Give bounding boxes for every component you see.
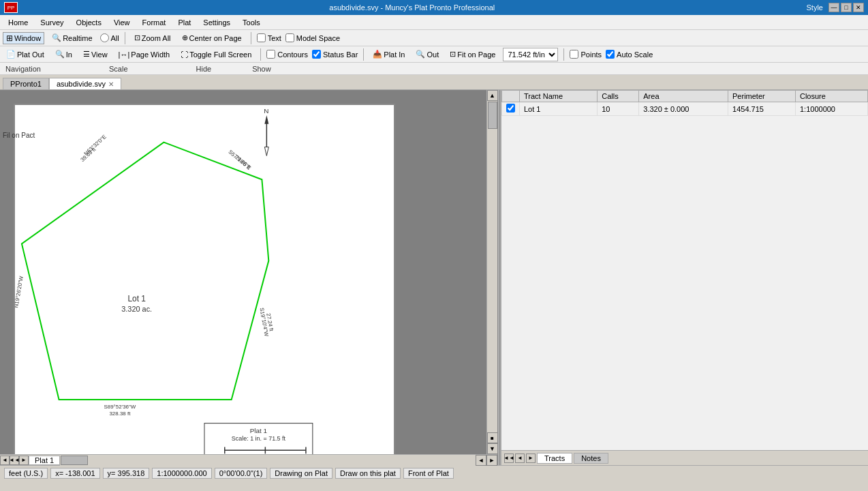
panel-mid-btn[interactable]: ■ xyxy=(487,432,498,443)
minimize-button[interactable]: — xyxy=(828,3,839,12)
menu-objects[interactable]: Objects xyxy=(71,17,107,28)
canvas-area: N Lot 1 3.320 ac. N63°32'0"E 39.69 ft S5… xyxy=(14,104,395,454)
main-area: N Lot 1 3.320 ac. N63°32'0"E 39.69 ft S5… xyxy=(0,90,868,465)
auto-scale-check[interactable] xyxy=(606,50,615,59)
status-front-plat[interactable]: Front of Plat xyxy=(403,468,454,479)
zoom-in-button[interactable]: 🔍 In xyxy=(52,48,76,60)
points-checkbox[interactable]: Points xyxy=(570,50,602,59)
tab-asubdivide-label: asubdivide.svy xyxy=(57,80,106,88)
zoom-out-button[interactable]: 🔍 Out xyxy=(412,48,442,60)
right-tab-tracts[interactable]: Tracts xyxy=(537,453,572,464)
status-drawing-on[interactable]: Drawing on Plat xyxy=(270,468,332,479)
right-nav-prev[interactable]: ◄◄ xyxy=(504,453,514,463)
col-tract-name[interactable]: Tract Name xyxy=(520,91,598,102)
page-nav-prev-btn[interactable]: ◄ xyxy=(0,456,10,465)
menu-survey[interactable]: Survey xyxy=(35,17,69,28)
scale-dropdown[interactable]: 71.542 ft/in xyxy=(503,48,558,61)
right-nav-back[interactable]: ◄ xyxy=(515,453,525,463)
fit-on-page-button[interactable]: ⊡ Fit on Page xyxy=(446,48,499,60)
plat-in-label: Plat In xyxy=(384,50,405,59)
h-scroll-thumb[interactable] xyxy=(61,456,88,465)
text-checkbox[interactable]: Text xyxy=(257,33,281,42)
right-tab-notes[interactable]: Notes xyxy=(574,453,608,464)
points-check[interactable] xyxy=(570,50,578,59)
row-check[interactable] xyxy=(502,102,520,116)
close-button[interactable]: ✕ xyxy=(853,3,864,12)
scale-title: Plat 1 xyxy=(250,427,268,434)
status-scale: 1:1000000.000 xyxy=(152,468,211,479)
vertical-scrollbar[interactable]: ▲ ■ ▼ xyxy=(486,90,497,454)
zoom-out-label: Out xyxy=(427,50,439,59)
zoom-out-icon: 🔍 xyxy=(416,50,425,59)
bearing-bottom-dist: 328.38 ft xyxy=(109,411,131,417)
maximize-button[interactable]: □ xyxy=(841,3,852,12)
col-closure[interactable]: Closure xyxy=(795,91,867,102)
col-check xyxy=(502,91,520,102)
menu-home[interactable]: Home xyxy=(3,17,33,28)
north-arrowhead xyxy=(264,115,268,124)
page-nav-start-btn[interactable]: ◄◄ xyxy=(10,456,19,465)
zoom-all-checkbox[interactable]: All xyxy=(100,33,119,42)
tab-close-icon[interactable]: ✕ xyxy=(108,80,114,88)
plat-out-button[interactable]: 📄 Plat Out xyxy=(3,48,48,60)
separator-2 xyxy=(251,32,251,44)
bottom-tab-plat1[interactable]: Plat 1 xyxy=(29,456,60,465)
menu-plat[interactable]: Plat xyxy=(172,17,196,28)
zoom-window-button[interactable]: ⊞ Window xyxy=(3,32,44,44)
show-label: Show xyxy=(252,65,271,73)
col-calls[interactable]: Calls xyxy=(598,91,639,102)
text-check[interactable] xyxy=(257,33,266,42)
titlebar-title: asubdivide.svy - Muncy's Plat Pronto Pro… xyxy=(329,3,495,12)
center-on-page-label: Center on Page xyxy=(189,34,242,42)
south-arrowhead xyxy=(264,147,268,156)
scroll-thumb[interactable] xyxy=(488,102,497,129)
tab-asubdivide[interactable]: asubdivide.svy ✕ xyxy=(49,78,121,89)
toggle-full-screen-label: Toggle Full Screen xyxy=(189,50,251,59)
hide-label: Hide xyxy=(196,65,212,73)
menu-format[interactable]: Format xyxy=(137,17,172,28)
status-bar-checkbox[interactable]: Status Bar xyxy=(312,50,358,59)
contours-check[interactable] xyxy=(266,50,275,59)
menu-view[interactable]: View xyxy=(108,17,136,28)
h-scroll-left-btn[interactable]: ◄ xyxy=(476,455,486,466)
contours-checkbox[interactable]: Contours xyxy=(266,50,308,59)
menu-settings[interactable]: Settings xyxy=(198,17,236,28)
drawing-panel[interactable]: N Lot 1 3.320 ac. N63°32'0"E 39.69 ft S5… xyxy=(0,90,486,454)
zoom-all-radio[interactable] xyxy=(100,33,109,42)
page-nav-next-btn[interactable]: ► xyxy=(19,456,29,465)
view-label: View xyxy=(91,50,108,59)
h-scroll-right-btn[interactable]: ► xyxy=(486,455,497,466)
model-space-check[interactable] xyxy=(285,33,294,42)
toggle-full-screen-button[interactable]: ⛶ Toggle Full Screen xyxy=(177,49,255,60)
center-icon: ⊕ xyxy=(182,33,188,42)
page-width-button[interactable]: |↔| Page Width xyxy=(115,49,174,60)
zoom-realtime-button[interactable]: 🔍 Realtime xyxy=(48,32,95,44)
scroll-up-button[interactable]: ▲ xyxy=(487,90,498,101)
view-button[interactable]: ☰ View xyxy=(80,48,111,60)
text-label: Text xyxy=(268,34,281,42)
center-on-page-button[interactable]: ⊕ Center on Page xyxy=(179,32,245,44)
tab-ppronto1[interactable]: PPronto1 xyxy=(3,78,49,89)
model-space-checkbox[interactable]: Model Space xyxy=(285,33,340,42)
right-nav-fwd[interactable]: ► xyxy=(526,453,536,463)
lot-area-text: 3.320 ac. xyxy=(121,305,152,313)
horizontal-scrollbar[interactable]: ◄ ◄◄ ► Plat 1 ◄ ► xyxy=(0,454,497,465)
col-area[interactable]: Area xyxy=(639,91,728,102)
menubar: Home Survey Objects View Format Plat Set… xyxy=(0,15,868,30)
row-tract-name: Lot 1 xyxy=(520,102,598,116)
separator-3 xyxy=(260,48,261,61)
menu-tools[interactable]: Tools xyxy=(237,17,266,28)
north-letter: N xyxy=(264,107,268,115)
scroll-down-button[interactable]: ▼ xyxy=(487,443,498,454)
auto-scale-checkbox[interactable]: Auto Scale xyxy=(606,50,653,59)
table-row[interactable]: Lot 1 10 3.320 ± 0.000 1454.715 1:100000… xyxy=(502,102,868,116)
plat-in-button[interactable]: 📥 Plat In xyxy=(369,48,408,60)
status-draw-this[interactable]: Draw on this plat xyxy=(335,468,401,479)
col-perimeter[interactable]: Perimeter xyxy=(728,91,796,102)
right-panel: Tract Name Calls Area Perimeter Closure … xyxy=(500,90,868,465)
titlebar: PP asubdivide.svy - Muncy's Plat Pronto … xyxy=(0,0,868,15)
points-label: Points xyxy=(580,50,602,59)
zoom-all-btn[interactable]: ⊡ Zoom All xyxy=(131,32,174,44)
row-checkbox[interactable] xyxy=(506,104,515,113)
status-bar-check[interactable] xyxy=(312,50,321,59)
